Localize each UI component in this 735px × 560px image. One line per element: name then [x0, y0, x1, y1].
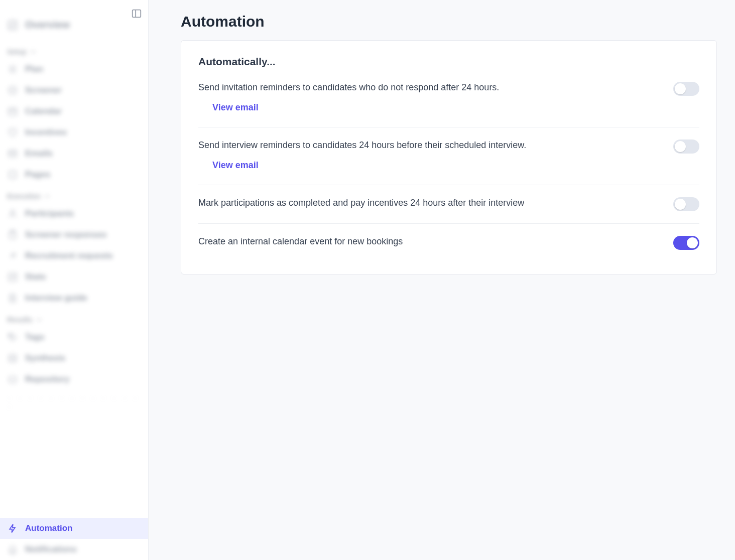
folder-icon [7, 374, 18, 385]
sidebar-item-overview[interactable]: Overview [0, 6, 148, 41]
sidebar-item-label: Plan [25, 64, 43, 74]
toggle-knob [687, 237, 698, 248]
sidebar-item-interview-guide[interactable]: Interview guide [0, 288, 148, 309]
sidebar-item-label: Tags [25, 332, 44, 342]
setting-row: Send invitation reminders to candidates … [198, 81, 699, 127]
shield-icon [7, 127, 18, 138]
setting-row: Send interview reminders to candidates 2… [198, 127, 699, 185]
automation-card: Automatically... Send invitation reminde… [181, 40, 717, 274]
clipboard-icon [7, 229, 18, 240]
svg-rect-0 [133, 10, 141, 18]
sidebar-item-label: Emails [25, 149, 53, 159]
sidebar-item-label: Screener [25, 85, 62, 95]
svg-rect-18 [9, 355, 16, 361]
setting-description: Mark participations as completed and pay… [198, 196, 656, 210]
sidebar-item-label: Overview [25, 19, 70, 31]
sidebar-item-label: Calendar [25, 106, 62, 116]
bolt-icon [7, 523, 18, 534]
mail-icon [7, 148, 18, 159]
bell-icon [7, 544, 18, 555]
setting-row: Create an internal calendar event for ne… [198, 223, 699, 262]
sidebar-item-label: Stats [25, 272, 46, 282]
sidebar-item-tags[interactable]: Tags [0, 327, 148, 348]
toggle-knob [675, 83, 686, 94]
sidebar-group-label: Setup [7, 48, 27, 56]
svg-rect-7 [9, 108, 17, 115]
users-icon [7, 208, 18, 219]
screener-icon [7, 85, 18, 96]
sidebar-item-incentives[interactable]: Incentives [0, 122, 148, 143]
sidebar-item-label: Incentives [25, 127, 67, 137]
chevron-down-icon [30, 48, 37, 55]
overview-icon [7, 20, 18, 31]
svg-point-11 [11, 210, 15, 214]
setting-row: Mark participations as completed and pay… [198, 185, 699, 223]
setting-description: Create an internal calendar event for ne… [198, 235, 656, 249]
sidebar-item-repository[interactable]: Repository [0, 369, 148, 390]
main-content: Automation Automatically... Send invitat… [149, 0, 735, 560]
calendar-icon [7, 106, 18, 117]
svg-rect-2 [9, 21, 17, 29]
sidebar-item-screener-responses[interactable]: Screener responses [0, 224, 148, 245]
sidebar-toggle-icon[interactable] [131, 8, 142, 19]
sidebar-item-participants[interactable]: Participants [0, 203, 148, 224]
tag-icon [7, 332, 18, 343]
sidebar-item-plan[interactable]: Plan [0, 59, 148, 80]
list-icon [7, 64, 18, 75]
svg-rect-14 [9, 273, 17, 281]
sidebar-item-calendar[interactable]: Calendar [0, 101, 148, 122]
sidebar-item-stats[interactable]: Stats [0, 266, 148, 288]
chevron-down-icon [36, 316, 43, 323]
sidebar-group-setup[interactable]: Setup [0, 41, 148, 59]
setting-description: Send interview reminders to candidates 2… [198, 138, 656, 153]
view-email-link[interactable]: View email [212, 160, 259, 170]
arrow-out-icon [7, 250, 18, 261]
sidebar-item-emails[interactable]: Emails [0, 143, 148, 164]
sidebar-more-dots: · · · · · · · · · · · · · · [0, 390, 148, 412]
svg-point-6 [9, 87, 17, 94]
sidebar-item-automation[interactable]: Automation [0, 518, 148, 539]
sidebar-item-recruitment-requests[interactable]: Recruitment requests [0, 245, 148, 266]
sidebar: Overview Setup Plan Screener Calendar [0, 0, 149, 560]
document-icon [7, 293, 18, 304]
sidebar-item-label: Pages [25, 170, 50, 180]
setting-toggle[interactable] [673, 82, 699, 96]
setting-toggle[interactable] [673, 197, 699, 211]
sidebar-item-label: Recruitment requests [25, 251, 113, 261]
page-title: Automation [181, 13, 717, 30]
card-subtitle: Automatically... [198, 56, 699, 68]
sidebar-item-synthesis[interactable]: Synthesis [0, 348, 148, 369]
sidebar-item-screener[interactable]: Screener [0, 80, 148, 101]
pages-icon [7, 169, 18, 180]
svg-rect-13 [12, 231, 14, 232]
svg-rect-9 [9, 151, 17, 157]
sidebar-item-label: Participants [25, 209, 74, 219]
layers-icon [7, 353, 18, 364]
view-email-link[interactable]: View email [212, 102, 259, 112]
svg-rect-10 [9, 171, 16, 178]
sidebar-group-label: Results [7, 316, 33, 324]
setting-toggle[interactable] [673, 139, 699, 154]
svg-rect-20 [9, 377, 16, 382]
toggle-knob [675, 199, 686, 210]
sidebar-item-label: Synthesis [25, 353, 65, 363]
sidebar-item-label: Repository [25, 374, 70, 384]
svg-rect-12 [10, 231, 16, 238]
setting-description: Send invitation reminders to candidates … [198, 81, 656, 95]
sidebar-group-results[interactable]: Results [0, 309, 148, 327]
svg-point-17 [10, 335, 12, 336]
chevron-down-icon [44, 193, 51, 200]
sidebar-item-label: Screener responses [25, 230, 107, 240]
sidebar-item-pages[interactable]: Pages [0, 164, 148, 185]
toggle-knob [675, 141, 686, 152]
sidebar-group-execution[interactable]: Execution [0, 185, 148, 203]
sidebar-group-label: Execution [7, 192, 41, 200]
sidebar-item-notifications[interactable]: Notifications [0, 539, 148, 560]
sidebar-item-label: Automation [25, 523, 72, 533]
sidebar-item-label: Interview guide [25, 293, 87, 303]
setting-toggle[interactable] [673, 236, 699, 250]
chart-icon [7, 271, 18, 283]
sidebar-item-label: Notifications [25, 544, 77, 554]
